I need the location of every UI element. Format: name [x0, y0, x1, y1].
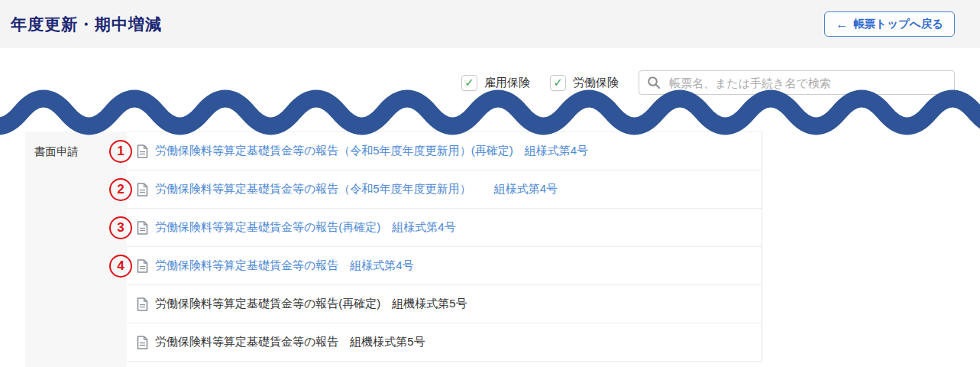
annotation-circle-4: 4 — [109, 255, 132, 278]
annotation-circle-2: 2 — [109, 178, 132, 201]
document-icon — [137, 297, 148, 311]
form-title: 労働保険料等算定基礎賃金等の報告 組機様式第5号 — [155, 335, 425, 349]
form-link[interactable]: 労働保険料等算定基礎賃金等の報告 組様式第4号 — [155, 258, 414, 273]
back-to-forms-top-button[interactable]: ← 帳票トップへ戻る — [824, 11, 955, 37]
annotation-circle-3: 3 — [109, 216, 132, 239]
employment-insurance-label: 雇用保険 — [484, 76, 530, 90]
document-icon — [137, 183, 148, 196]
employment-insurance-checkbox[interactable]: ✓ — [461, 75, 477, 91]
form-link[interactable]: 労働保険料等算定基礎賃金等の報告（令和5年度年度更新用） 組様式第4号 — [155, 182, 558, 196]
document-icon — [137, 259, 148, 273]
page-header: 年度更新・期中増減 ← 帳票トップへ戻る — [0, 0, 980, 48]
sidebar: 書面申請 — [25, 132, 127, 367]
form-link[interactable]: 労働保険料等算定基礎賃金等の報告（令和5年度年度更新用）(再確定) 組様式第4号 — [155, 144, 588, 158]
search-icon — [647, 76, 661, 89]
list-item[interactable]: 1 労働保険料等算定基礎賃金等の報告（令和5年度年度更新用）(再確定) 組様式第… — [127, 132, 762, 171]
document-icon — [137, 336, 148, 349]
form-link[interactable]: 労働保険料等算定基礎賃金等の報告(再確定) 組様式第4号 — [155, 220, 456, 235]
list-item[interactable]: 2 労働保険料等算定基礎賃金等の報告（令和5年度年度更新用） 組様式第4号 — [127, 171, 762, 209]
list-item: 労働保険料等算定基礎賃金等の報告 組機様式第5号 — [127, 323, 762, 362]
search-input[interactable] — [668, 76, 946, 90]
document-icon — [137, 145, 148, 158]
list-item: 労働保険料等算定基礎賃金等の報告(再確定) 組機様式第5号 — [127, 285, 762, 323]
search-box — [639, 70, 955, 95]
form-title: 労働保険料等算定基礎賃金等の報告(再確定) 組機様式第5号 — [155, 297, 467, 311]
labor-insurance-filter: ✓ 労働保険 — [550, 75, 619, 91]
checkbox-check-icon: ✓ — [553, 76, 563, 89]
back-button-label: 帳票トップへ戻る — [853, 17, 943, 31]
labor-insurance-checkbox[interactable]: ✓ — [550, 75, 566, 91]
back-arrow-icon: ← — [836, 18, 848, 31]
page-title: 年度更新・期中増減 — [11, 14, 162, 35]
list-item[interactable]: 3 労働保険料等算定基礎賃金等の報告(再確定) 組様式第4号 — [127, 209, 762, 247]
form-list: 1 労働保険料等算定基礎賃金等の報告（令和5年度年度更新用）(再確定) 組様式第… — [127, 132, 762, 362]
filter-bar: ✓ 雇用保険 ✓ 労働保険 — [461, 70, 955, 95]
document-icon — [137, 221, 148, 235]
list-item[interactable]: 4 労働保険料等算定基礎賃金等の報告 組様式第4号 — [127, 247, 762, 285]
labor-insurance-label: 労働保険 — [573, 76, 619, 90]
checkbox-check-icon: ✓ — [464, 76, 474, 89]
annotation-circle-1: 1 — [109, 140, 132, 163]
employment-insurance-filter: ✓ 雇用保険 — [461, 75, 530, 91]
